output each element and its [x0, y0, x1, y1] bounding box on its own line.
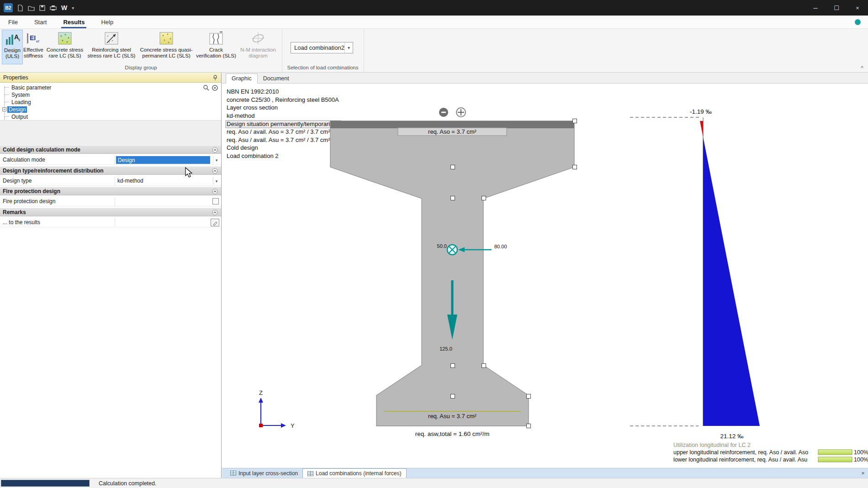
strain-compression-area — [700, 121, 703, 137]
ribbon-collapse-icon[interactable]: ^ — [861, 65, 863, 71]
menu-help[interactable]: Help — [93, 16, 122, 28]
selection-handle[interactable] — [527, 424, 531, 428]
menu-file[interactable]: File — [0, 16, 26, 28]
info-line: Load combination 2 — [227, 152, 278, 159]
utilization-title: Utilization longitudinal for LC 2 — [673, 442, 751, 448]
tree-item-basic-parameter[interactable]: Basic parameter — [0, 84, 53, 91]
tree-item-design[interactable]: + Design — [0, 106, 27, 113]
status-circle-icon[interactable] — [855, 19, 861, 25]
ribbon-effective-stiffness-button[interactable]: EIef Effectivestiffness — [23, 30, 44, 64]
collapse-circle-icon[interactable] — [212, 210, 218, 217]
selection-handle[interactable] — [482, 196, 486, 200]
row-label: Calculation mode — [0, 155, 115, 164]
ribbon-concrete-stress-qp-button[interactable]: Concrete stress quasi-permanent LC (SLS) — [137, 30, 196, 64]
design-type-select[interactable]: kd-method ▾ — [115, 176, 221, 185]
svg-text:EI: EI — [30, 34, 36, 42]
filter-reset-icon[interactable] — [212, 84, 218, 93]
tree-item-label: System — [10, 92, 31, 98]
centroid-symbol[interactable] — [447, 245, 457, 255]
section-fire-protection[interactable]: Fire protection design — [0, 187, 221, 195]
tab-graphic[interactable]: Graphic — [226, 73, 258, 84]
collapse-circle-icon[interactable] — [212, 147, 218, 154]
selection-handle[interactable] — [573, 165, 577, 169]
tree-item-label: Basic parameter — [10, 84, 53, 91]
section-design-type[interactable]: Design type/reinforcement distribution — [0, 166, 221, 175]
selection-handle[interactable] — [451, 394, 455, 399]
tree-item-loading[interactable]: Loading — [0, 99, 32, 105]
menu-start[interactable]: Start — [26, 16, 55, 28]
effective-stiffness-icon: EIef — [26, 31, 41, 46]
tab-document[interactable]: Document — [258, 73, 295, 84]
ribbon-crack-verification-button[interactable]: Crackverification (SLS) — [196, 30, 237, 64]
app-icon[interactable]: B2 — [4, 3, 13, 12]
chevron-down-icon[interactable]: ▾ — [213, 177, 220, 185]
edit-remarks-button[interactable] — [211, 219, 219, 226]
selection-handle[interactable] — [482, 364, 486, 368]
collapse-circle-icon[interactable] — [212, 168, 218, 175]
properties-tree: Basic parameter System Loading + Design … — [0, 83, 221, 121]
status-message: Calculation completed. — [99, 480, 156, 487]
minimize-button[interactable]: ─ — [805, 0, 826, 16]
panel-spacer — [0, 121, 221, 145]
properties-header: Properties — [0, 73, 221, 83]
row-label: Fire protection design — [0, 197, 115, 206]
print-icon[interactable] — [50, 5, 57, 11]
tree-item-label: Design — [7, 106, 27, 113]
nm-interaction-icon — [250, 31, 266, 46]
tab-label: Input layer cross-section — [238, 470, 298, 477]
save-icon[interactable] — [39, 5, 45, 11]
search-icon[interactable] — [203, 84, 210, 93]
utilization-value: 100% — [854, 449, 868, 456]
pin-icon[interactable] — [212, 74, 218, 82]
maximize-button[interactable]: ☐ — [826, 0, 847, 16]
tab-load-combinations[interactable]: Load combinations (internal forces) — [302, 468, 406, 478]
info-line: req. Asu / avail. Asu = 3.7 cm² / 3.7 cm… — [227, 136, 330, 143]
selection-handle[interactable] — [451, 196, 455, 200]
section-remarks[interactable]: Remarks — [0, 208, 221, 216]
selection-handle[interactable] — [451, 364, 455, 368]
ribbon-button-label: rare LC (SLS) — [49, 53, 81, 58]
utilization-row-label: upper longitudinal reinforcement, req. A… — [673, 449, 808, 456]
chevron-down-icon[interactable]: ▾ — [213, 156, 220, 164]
info-line: Design situation permanently/temporarily — [227, 121, 334, 127]
main-area: Graphic Document NBN EN 1992:2010 concre… — [222, 73, 868, 478]
aso-label: req. Aso = 3.7 cm² — [428, 128, 477, 135]
utilization-row-label: lower longitudinal reinforcement, req. A… — [673, 457, 807, 463]
zoom-out-icon[interactable] — [439, 108, 448, 117]
menu-results[interactable]: Results — [55, 16, 93, 28]
open-folder-icon[interactable] — [28, 5, 35, 11]
tree-item-system[interactable]: System — [0, 91, 31, 98]
tab-input-layer-cross-section[interactable]: Input layer cross-section — [226, 468, 302, 478]
row-design-type: Design type kd-method ▾ — [0, 176, 221, 186]
load-combination-select[interactable]: Load combination2 ▾ — [291, 42, 353, 53]
word-export-button[interactable]: W — [61, 4, 67, 11]
table-icon — [230, 471, 236, 476]
close-tab-icon[interactable]: × — [858, 468, 868, 478]
ribbon-button-label: Concrete stress — [47, 47, 84, 52]
tree-branch — [5, 87, 9, 88]
calculation-mode-select[interactable]: Design ▾ — [115, 155, 221, 164]
ribbon-steel-stress-rare-button[interactable]: Reinforcing steelstress rare LC (SLS) — [86, 30, 137, 64]
ribbon-group-separator — [364, 29, 364, 72]
ribbon-design-uls-button[interactable]: As Design(ULS) — [2, 30, 23, 64]
chevron-down-icon[interactable]: ▾ — [344, 42, 353, 53]
ribbon-nm-interaction-button: N-M interactiondiagram — [237, 30, 280, 64]
collapse-circle-icon[interactable] — [212, 189, 218, 196]
graphic-canvas[interactable]: NBN EN 1992:2010 concrete C25/30 , Reinf… — [222, 84, 868, 468]
ribbon-concrete-stress-rare-button[interactable]: Concrete stressrare LC (SLS) — [44, 30, 86, 64]
selection-handle[interactable] — [451, 165, 455, 169]
crack-verification-icon — [208, 31, 224, 46]
ribbon-button-label: Reinforcing steel — [92, 47, 131, 52]
tree-item-label: Output — [10, 114, 29, 120]
selection-handle[interactable] — [527, 394, 531, 399]
tree-item-output[interactable]: Output — [0, 113, 29, 120]
new-document-icon[interactable] — [17, 5, 23, 11]
fire-protection-checkbox[interactable] — [212, 198, 219, 205]
close-button[interactable]: × — [847, 0, 868, 16]
info-line: concrete C25/30 , Reinforcing steel B500… — [227, 96, 339, 103]
section-cold-design[interactable]: Cold design calculation mode — [0, 145, 221, 154]
pan-icon[interactable] — [456, 108, 466, 117]
selection-handle[interactable] — [573, 119, 577, 123]
quick-access-dropdown-icon[interactable]: ▾ — [72, 5, 74, 10]
tree-expand-icon[interactable]: + — [2, 107, 6, 111]
